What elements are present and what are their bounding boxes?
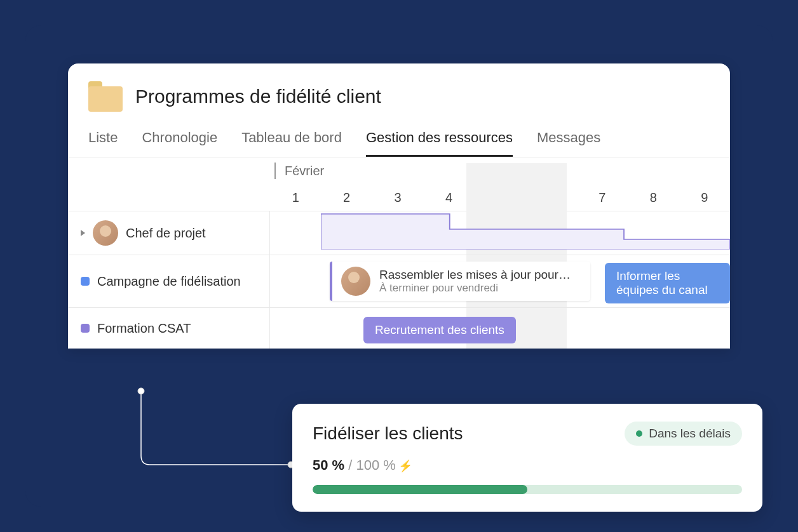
month-tick	[274, 163, 276, 179]
connector-line	[139, 389, 294, 469]
goal-title: Fidéliser les clients	[313, 423, 463, 444]
folder-icon	[88, 81, 123, 112]
project-title: Programmes de fidélité client	[135, 86, 381, 107]
project-window: Programmes de fidélité client Liste Chro…	[68, 63, 730, 349]
tab-resources[interactable]: Gestion des ressources	[366, 122, 513, 157]
task-avatar	[341, 267, 370, 296]
progress-total: 100 %	[356, 457, 396, 473]
row-campaign: Campagne de fidélisation Rassembler les …	[68, 255, 730, 308]
task-gather[interactable]: Rassembler les mises à jour pour… À term…	[330, 262, 590, 301]
status-dot-icon	[636, 430, 642, 437]
tab-bar: Liste Chronologie Tableau de bord Gestio…	[68, 122, 730, 157]
training-color-dot	[81, 324, 90, 333]
progress-fill	[313, 485, 527, 494]
timeline-body: Chef de projet Campagne de fidélisation	[68, 211, 730, 349]
task-inform[interactable]: Informer les équipes du canal	[605, 263, 730, 303]
task-gather-sub: À terminer pour vendredi	[379, 282, 571, 295]
day-3: 3	[372, 184, 423, 211]
tab-timeline[interactable]: Chronologie	[142, 122, 217, 157]
month-label: Février	[285, 164, 324, 178]
status-badge: Dans les délais	[625, 422, 742, 446]
day-8: 8	[628, 184, 679, 211]
goal-card[interactable]: Fidéliser les clients Dans les délais 50…	[292, 404, 762, 512]
tab-messages[interactable]: Messages	[537, 122, 600, 157]
workload-chart	[321, 211, 730, 249]
expand-icon[interactable]	[81, 230, 85, 236]
progress-sep: /	[344, 457, 356, 473]
training-label: Formation CSAT	[97, 321, 191, 336]
header: Programmes de fidélité client	[68, 63, 730, 122]
timeline-header: Février 1 2 3 4 5 6 7 8 9	[68, 157, 730, 211]
goal-progress-text: 50 % / 100 %⚡	[313, 457, 742, 474]
day-9: 9	[679, 184, 730, 211]
progress-bar	[313, 485, 742, 494]
day-1: 1	[270, 184, 321, 211]
day-7: 7	[577, 184, 628, 211]
tab-list[interactable]: Liste	[88, 122, 118, 157]
tab-dashboard[interactable]: Tableau de bord	[241, 122, 342, 157]
avatar[interactable]	[93, 220, 118, 246]
campaign-color-dot	[81, 277, 90, 286]
day-2: 2	[321, 184, 372, 211]
manager-label: Chef de projet	[126, 226, 206, 241]
row-manager: Chef de projet	[68, 211, 730, 255]
lightning-icon: ⚡	[398, 460, 412, 472]
task-recruit[interactable]: Recrutement des clients	[363, 317, 516, 343]
task-gather-title: Rassembler les mises à jour pour…	[379, 268, 571, 282]
status-text: Dans les délais	[649, 427, 731, 441]
campaign-label: Campagne de fidélisation	[97, 274, 241, 289]
progress-current: 50 %	[313, 457, 344, 473]
svg-point-0	[138, 388, 144, 394]
row-training: Formation CSAT Recrutement des clients	[68, 308, 730, 349]
